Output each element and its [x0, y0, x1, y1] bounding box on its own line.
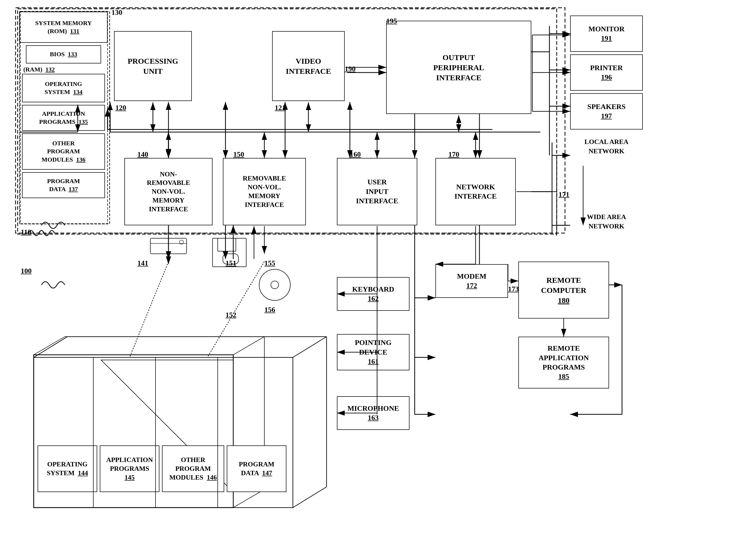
- svg-rect-108: [150, 238, 187, 254]
- label-190: 190: [345, 65, 356, 73]
- label-121: 121: [275, 104, 285, 112]
- label-155: 155: [264, 259, 275, 267]
- svg-point-114: [259, 269, 290, 300]
- remote-computer-box: REMOTECOMPUTER180: [518, 262, 609, 318]
- label-160: 160: [350, 150, 361, 159]
- pointing-device-box: POINTINGDEVICE161: [337, 334, 410, 370]
- label-110: 110: [21, 228, 31, 236]
- svg-point-110: [179, 240, 183, 244]
- system-memory-box: SYSTEM MEMORY(ROM) 131: [19, 12, 108, 43]
- label-152: 152: [226, 311, 236, 319]
- keyboard-box: KEYBOARD162: [337, 277, 410, 311]
- svg-line-103: [293, 337, 327, 357]
- label-156: 156: [264, 306, 275, 314]
- label-150: 150: [233, 150, 244, 159]
- printer-box: PRINTER196: [570, 54, 643, 90]
- svg-line-46: [34, 337, 65, 355]
- video-interface-box: VIDEOINTERFACE: [272, 31, 345, 101]
- label-195: 195: [386, 17, 397, 25]
- remote-application-programs-box: REMOTEAPPLICATIONPROGRAMS185: [518, 337, 609, 389]
- modem-box: MODEM172: [435, 264, 508, 298]
- monitor-box: MONITOR191: [570, 15, 643, 52]
- other-146-box: OTHERPROGRAMMODULES 146: [162, 445, 224, 492]
- speakers-box: SPEAKERS197: [570, 93, 643, 130]
- svg-rect-112: [218, 238, 236, 251]
- label-130: 130: [111, 8, 122, 16]
- processing-unit-box: PROCESSINGUNIT: [114, 31, 192, 101]
- label-171: 171: [558, 191, 569, 199]
- user-input-interface-box: USERINPUTINTERFACE: [337, 158, 417, 225]
- svg-point-115: [271, 281, 279, 289]
- other-program-modules-box: OTHERPROGRAMMODULES 136: [22, 133, 105, 170]
- bios-box: BIOS 133: [26, 45, 101, 64]
- label-120: 120: [115, 104, 126, 112]
- label-141: 141: [137, 259, 148, 267]
- label-170: 170: [448, 150, 459, 159]
- label-151: 151: [226, 259, 236, 267]
- data-147-box: PROGRAMDATA 147: [227, 445, 286, 492]
- application-programs-box: APPLICATIONPROGRAMS 135: [22, 105, 105, 131]
- local-area-network-label: LOCAL AREANETWORK: [570, 137, 643, 156]
- removable-non-vol-box: REMOVABLENON-VOL.MEMORYINTERFACE: [223, 158, 306, 225]
- microphone-box: MICROPHONE163: [337, 396, 410, 430]
- non-removable-box: NON-REMOVABLENON-VOL.MEMORYINTERFACE: [124, 158, 212, 225]
- wide-area-network-label: WIDE AREANETWORK: [570, 212, 643, 231]
- label-140: 140: [137, 150, 148, 159]
- svg-line-106: [293, 487, 327, 508]
- output-peripheral-interface-box: OUTPUTPERIPHERALINTERFACE: [386, 21, 531, 114]
- operating-system-box: OPERATINGSYSTEM 134: [22, 74, 105, 102]
- svg-line-50: [233, 490, 264, 508]
- svg-line-102: [34, 337, 68, 357]
- program-data-box: PROGRAMDATA 137: [22, 172, 105, 198]
- label-100: 100: [21, 267, 32, 275]
- os-144-box: OPERATINGSYSTEM 144: [38, 445, 97, 492]
- label-173: 173: [508, 285, 519, 293]
- network-interface-box: NETWORKINTERFACE: [435, 158, 516, 225]
- svg-line-47: [233, 337, 264, 355]
- ram-label: (RAM) 132: [21, 66, 109, 73]
- app-145-box: APPLICATIONPROGRAMS145: [100, 445, 159, 492]
